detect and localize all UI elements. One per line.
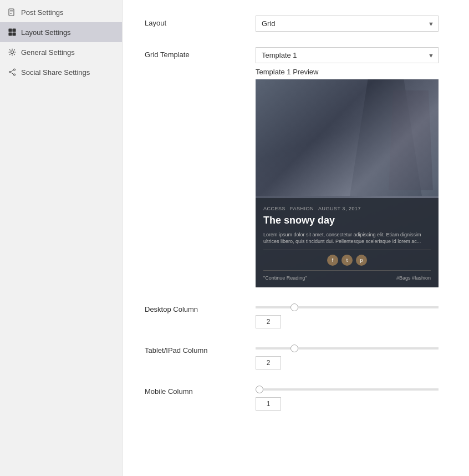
preview-title: The snowy day <box>263 215 431 227</box>
main-content: Layout Grid List Masonry ▼ Grid Template <box>122 0 469 476</box>
grid-template-control: Template 1 Template 2 Template 3 ▼ Templ… <box>256 47 447 287</box>
tag-fashion: FASHION <box>290 206 314 211</box>
tablet-slider-wrapper <box>256 344 447 353</box>
preview-card-overlay: ACCESS FASHION AUGUST 3, 2017 The snowy … <box>256 198 439 287</box>
sidebar-item-social-share-settings[interactable]: Social Share Settings <box>0 62 122 82</box>
svg-rect-7 <box>13 33 16 36</box>
layout-field-row: Layout Grid List Masonry ▼ <box>145 16 447 32</box>
bg-overlay <box>256 79 439 196</box>
svg-point-8 <box>11 51 14 54</box>
preview-hashtags: #Bags #fashion <box>396 275 431 281</box>
mobile-column-control <box>256 385 447 411</box>
sidebar: Post Settings Layout Settings General <box>0 0 122 476</box>
desktop-column-slider[interactable] <box>256 306 439 308</box>
social-twitter-icon: t <box>341 255 353 266</box>
sidebar-item-label: Layout Settings <box>21 28 71 37</box>
tablet-column-control <box>256 344 447 369</box>
tablet-column-value[interactable] <box>256 356 281 369</box>
sidebar-item-label: Social Share Settings <box>21 68 90 77</box>
sidebar-item-post-settings[interactable]: Post Settings <box>0 2 122 22</box>
svg-rect-6 <box>9 33 12 36</box>
social-pinterest-icon: p <box>356 255 367 266</box>
preview-tags: ACCESS FASHION AUGUST 3, 2017 <box>263 206 431 211</box>
svg-line-12 <box>11 70 13 72</box>
svg-rect-5 <box>13 29 16 32</box>
grid-template-select[interactable]: Template 1 Template 2 Template 3 <box>256 47 439 63</box>
sidebar-item-label: Post Settings <box>21 8 64 17</box>
tablet-column-slider[interactable] <box>256 347 439 350</box>
tablet-column-label: Tablet/IPad Column <box>145 344 256 355</box>
preview-continue-reading: "Continue Reading" <box>263 275 307 281</box>
svg-line-13 <box>11 73 13 74</box>
preview-footer: "Continue Reading" #Bags #fashion <box>263 275 431 281</box>
preview-social-icons: f t p <box>263 255 431 266</box>
preview-label: Template 1 Preview <box>256 68 447 76</box>
template-preview-image: ACCESS FASHION AUGUST 3, 2017 The snowy … <box>256 79 439 287</box>
gear-icon <box>8 48 17 57</box>
layout-icon <box>8 28 17 37</box>
mobile-column-slider[interactable] <box>256 388 439 391</box>
svg-point-9 <box>14 69 16 70</box>
desktop-slider-wrapper <box>256 303 447 312</box>
tag-access: ACCESS <box>263 206 286 211</box>
preview-excerpt: Lorem ipsum dolor sit amet, consectetur … <box>263 231 431 245</box>
grid-template-select-wrapper: Template 1 Template 2 Template 3 ▼ <box>256 47 439 63</box>
svg-point-11 <box>9 72 11 73</box>
layout-select[interactable]: Grid List Masonry <box>256 16 439 32</box>
social-facebook-icon: f <box>327 255 338 266</box>
mobile-column-row: Mobile Column <box>145 385 447 411</box>
file-icon <box>8 8 17 17</box>
grid-template-field-row: Grid Template Template 1 Template 2 Temp… <box>145 47 447 287</box>
layout-label: Layout <box>145 16 256 27</box>
grid-template-label: Grid Template <box>145 47 256 59</box>
share-icon <box>8 68 17 77</box>
app-wrapper: Post Settings Layout Settings General <box>0 0 469 476</box>
sidebar-item-general-settings[interactable]: General Settings <box>0 42 122 62</box>
svg-rect-4 <box>9 29 12 32</box>
tag-date: AUGUST 3, 2017 <box>318 206 361 211</box>
mobile-slider-wrapper <box>256 385 447 394</box>
sidebar-item-layout-settings[interactable]: Layout Settings <box>0 22 122 42</box>
svg-point-10 <box>14 74 16 75</box>
desktop-column-control <box>256 303 447 328</box>
sidebar-item-label: General Settings <box>21 48 75 57</box>
desktop-column-label: Desktop Column <box>145 303 256 313</box>
desktop-column-value[interactable] <box>256 315 281 328</box>
preview-divider-2 <box>263 270 431 271</box>
desktop-column-row: Desktop Column <box>145 303 447 328</box>
mobile-column-label: Mobile Column <box>145 385 256 396</box>
mobile-column-value[interactable] <box>256 397 281 411</box>
layout-control: Grid List Masonry ▼ <box>256 16 447 32</box>
tablet-column-row: Tablet/IPad Column <box>145 344 447 369</box>
preview-divider <box>263 250 431 250</box>
layout-select-wrapper: Grid List Masonry ▼ <box>256 16 439 32</box>
